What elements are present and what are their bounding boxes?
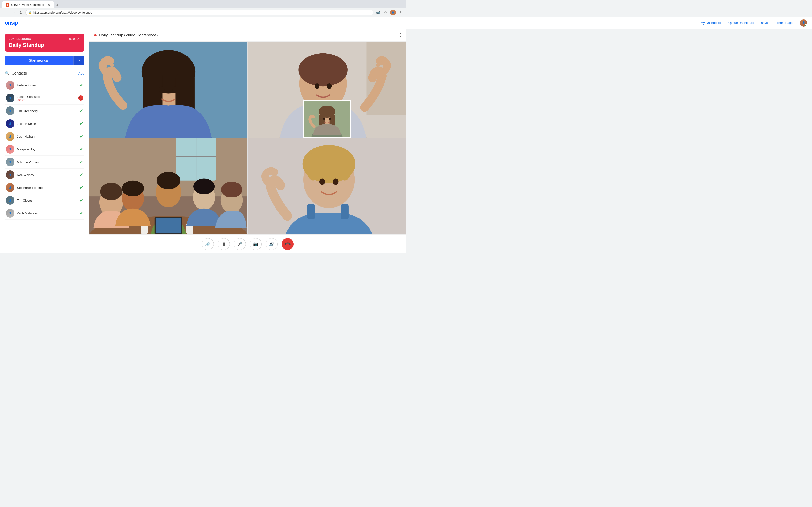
contact-info: Jim Greenberg [17, 109, 77, 113]
video-grid [89, 42, 406, 234]
avatar: 👤 [6, 158, 14, 166]
video-conference-title: Daily Standup (Video Conference) [99, 33, 158, 38]
browser-profile[interactable]: 👤 [390, 10, 396, 15]
start-call-dropdown-button[interactable]: ▼ [73, 56, 84, 65]
contact-info: Stephanie Fornino [17, 186, 77, 189]
main-content: Daily Standup (Video Conference) ⛶ [89, 29, 406, 253]
hangup-button[interactable]: 📞 [282, 238, 294, 250]
contacts-add-button[interactable]: Add [78, 71, 84, 75]
available-status-icon: ✔ [80, 172, 83, 177]
contact-name: Joseph De Bari [17, 122, 77, 125]
avatar: 👤 [6, 183, 14, 192]
svg-point-40 [193, 178, 215, 194]
svg-point-22 [323, 118, 325, 120]
contact-info: Joseph De Bari [17, 122, 77, 125]
contacts-header: 🔍 Contacts Add [5, 71, 84, 75]
start-new-call-button[interactable]: Start new call [5, 56, 73, 65]
contact-item[interactable]: 👤 Margaret Joy ✔ [5, 143, 84, 156]
app-container: onsip My Dashboard Queue Dashboard sayso… [0, 17, 406, 253]
svg-point-42 [221, 181, 242, 197]
forward-button[interactable]: → [11, 9, 16, 16]
contact-info: Tim Cleves [17, 199, 77, 202]
contact-item[interactable]: 👤 Josh Nathan ✔ [5, 130, 84, 143]
cast-button[interactable]: 📹 [375, 10, 381, 15]
conferencing-timer: 00:02:21 [69, 37, 81, 41]
available-status-icon: ✔ [80, 134, 83, 139]
contact-name: Mike La Vorgna [17, 160, 77, 164]
svg-point-53 [319, 178, 325, 185]
camera-button[interactable]: 📷 [250, 238, 262, 250]
avatar: 👤 [6, 107, 14, 115]
svg-point-13 [298, 53, 348, 87]
contact-list: 👤 Helene Kidary ✔ 👤 James Criscuolo 00:0… [5, 79, 84, 220]
contact-info: Mike La Vorgna [17, 160, 77, 164]
tab-favicon: D [6, 3, 9, 6]
video-overlay-cell [303, 101, 351, 138]
contact-item[interactable]: 👤 Zach Matarasso ✔ [5, 207, 84, 220]
chevron-down-icon: ▼ [78, 59, 81, 62]
address-bar[interactable]: 🔒 https://app.onsip.com/app/#/video-conf… [26, 10, 373, 15]
available-status-icon: ✔ [80, 108, 83, 113]
contact-item[interactable]: 👤 Tim Cleves ✔ [5, 194, 84, 207]
hangup-icon: 📞 [284, 240, 291, 248]
menu-button[interactable]: ⋮ [398, 10, 403, 15]
contact-item[interactable]: 👤 Jim Greenberg ✔ [5, 105, 84, 117]
conferencing-title: Daily Standup [9, 42, 81, 48]
avatar: 👤 [6, 170, 14, 179]
pause-button[interactable]: ⏸ [218, 238, 230, 250]
video-cell-1 [89, 42, 248, 138]
url-text: https://app.onsip.com/app/#/video-confer… [33, 11, 92, 14]
contact-info: Rob Wolpov [17, 173, 77, 177]
contact-name: Jim Greenberg [17, 109, 77, 113]
video-cell-2 [248, 42, 406, 138]
tab-title: OnSIP - Video Conference [11, 3, 45, 6]
contact-name: James Criscuolo [17, 95, 75, 99]
bookmark-button[interactable]: ☆ [383, 10, 388, 15]
video-header: Daily Standup (Video Conference) ⛶ [89, 29, 406, 42]
contact-item[interactable]: 👤 Joseph De Bari ✔ [5, 117, 84, 130]
browser-toolbar: ← → ↻ 🔒 https://app.onsip.com/app/#/vide… [0, 8, 406, 17]
app-logo: onsip [5, 20, 18, 26]
avatar: 👤 [6, 119, 14, 128]
browser-chrome: D OnSIP - Video Conference ✕ + ← → ↻ 🔒 h… [0, 0, 406, 17]
svg-point-50 [338, 153, 352, 180]
available-status-icon: ✔ [80, 185, 83, 190]
conferencing-card: CONFERENCING 00:02:21 Daily Standup [5, 34, 84, 52]
svg-point-49 [306, 153, 320, 180]
live-indicator-dot [94, 34, 97, 37]
svg-point-36 [122, 180, 144, 196]
refresh-button[interactable]: ↻ [18, 9, 23, 16]
contact-name: Margaret Joy [17, 148, 77, 151]
active-tab[interactable]: D OnSIP - Video Conference ✕ [2, 1, 54, 8]
pause-icon: ⏸ [221, 242, 226, 247]
contact-name: Stephanie Fornino [17, 186, 77, 189]
svg-point-38 [157, 172, 180, 189]
search-icon: 🔍 [5, 71, 10, 75]
back-button[interactable]: ← [3, 9, 9, 16]
new-tab-button[interactable]: + [54, 2, 61, 8]
conferencing-label: CONFERENCING [9, 38, 31, 40]
available-status-icon: ✔ [80, 198, 83, 203]
volume-button[interactable]: 🔊 [266, 238, 278, 250]
fullscreen-icon: ⛶ [396, 32, 401, 38]
svg-point-15 [327, 83, 332, 89]
contact-item[interactable]: 👤 Helene Kidary ✔ [5, 79, 84, 92]
mic-button[interactable]: 🎤 [234, 238, 246, 250]
video-person-1 [89, 42, 248, 138]
contact-item[interactable]: 👤 Stephanie Fornino ✔ [5, 181, 84, 194]
avatar: 👤 [6, 94, 14, 102]
svg-rect-44 [156, 218, 181, 233]
microphone-icon: 🎤 [237, 241, 242, 247]
avatar: 👤 [6, 132, 14, 141]
contact-item[interactable]: 👤 Mike La Vorgna ✔ [5, 156, 84, 169]
contact-item[interactable]: 👤 Rob Wolpov ✔ [5, 169, 84, 181]
contact-item[interactable]: 👤 James Criscuolo 00:00:10 📞 [5, 92, 84, 105]
tab-close-button[interactable]: ✕ [47, 3, 50, 7]
contact-name: Tim Cleves [17, 199, 77, 202]
call-status-text: 00:00:10 [17, 99, 75, 101]
app-nav: onsip My Dashboard Queue Dashboard sayso… [0, 17, 406, 29]
fullscreen-button[interactable]: ⛶ [396, 32, 401, 38]
avatar: 👤 [6, 145, 14, 154]
link-button[interactable]: 🔗 [202, 238, 214, 250]
video-person-4 [248, 138, 406, 235]
